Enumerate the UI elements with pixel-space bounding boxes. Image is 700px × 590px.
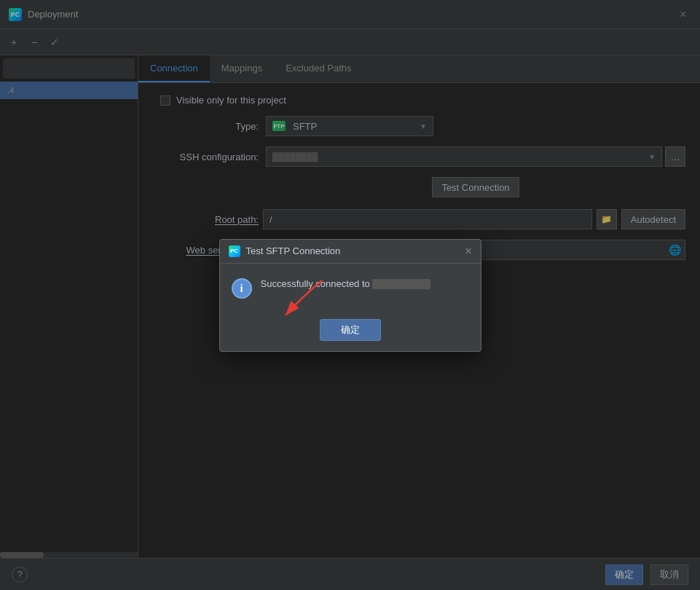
dialog-footer: 确定 xyxy=(220,313,481,351)
dialog-message-blurred xyxy=(372,279,430,289)
dialog-message-text: Successfully connected to xyxy=(261,278,370,289)
main-window: PC Deployment × + − ✓ .4 Connection xyxy=(0,0,700,590)
dialog-title-bar: PC Test SFTP Connection × xyxy=(220,240,481,264)
info-icon: i xyxy=(232,278,252,299)
dialog-icon: PC xyxy=(229,245,240,257)
dialog-close-button[interactable]: × xyxy=(465,245,471,257)
dialog-body: i Successfully connected to xyxy=(220,264,481,313)
dialog-message: Successfully connected to xyxy=(261,278,469,290)
dialog-overlay: PC Test SFTP Connection × i Successfully… xyxy=(0,0,700,590)
dialog-ok-button[interactable]: 确定 xyxy=(320,319,381,341)
dialog-title: Test SFTP Connection xyxy=(246,245,460,256)
test-sftp-dialog: PC Test SFTP Connection × i Successfully… xyxy=(219,239,481,352)
